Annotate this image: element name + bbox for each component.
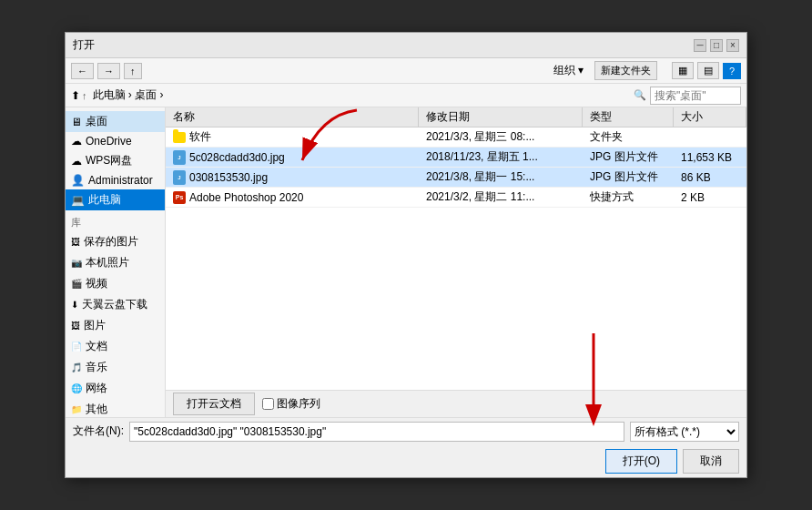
file-size-cell: 86 KB (674, 168, 746, 187)
sidebar-section-library: 库 (66, 214, 165, 231)
file-date-cell: 2021/3/2, 星期二 11:... (419, 188, 583, 207)
up-btn[interactable]: ↑ (124, 63, 142, 79)
file-size-cell: 11,653 KB (674, 148, 746, 167)
image-sequence-checkbox[interactable] (262, 398, 274, 410)
organize-label[interactable]: 组织 ▾ (553, 63, 584, 78)
sidebar-label-wps: WPS网盘 (86, 153, 132, 168)
sidebar-label-saved-pics: 保存的图片 (84, 234, 138, 250)
onedrive-icon: ☁ (71, 135, 82, 148)
open-cloud-btn[interactable]: 打开云文档 (173, 393, 255, 415)
desktop-icon: 🖥 (71, 116, 82, 128)
header-name[interactable]: 名称 (166, 107, 419, 127)
table-row[interactable]: 软件 2021/3/3, 星期三 08:... 文件夹 (166, 128, 746, 148)
view-btn[interactable]: ▦ (672, 62, 694, 79)
header-type[interactable]: 类型 (583, 107, 674, 127)
sidebar-item-pictures[interactable]: 🖼 图片 (66, 315, 165, 336)
help-btn[interactable]: ? (723, 63, 741, 79)
maximize-btn[interactable]: □ (710, 39, 723, 52)
sidebar-label-docs: 文档 (86, 339, 107, 354)
file-date-cell: 2021/3/8, 星期一 15:... (419, 168, 583, 187)
sidebar-label-video: 视频 (86, 276, 107, 291)
wps-icon: ☁ (71, 155, 82, 168)
main-content: 🖥 桌面 ☁ OneDrive ☁ WPS网盘 👤 Administrator … (66, 107, 746, 417)
sidebar-item-photos[interactable]: 📷 本机照片 (66, 252, 165, 273)
jpg-icon: J (173, 170, 186, 185)
view-btn2[interactable]: ▤ (697, 62, 719, 79)
open-btn[interactable]: 打开(O) (605, 449, 677, 474)
sidebar-item-admin[interactable]: 👤 Administrator (66, 171, 165, 189)
file-name-cell: 软件 (166, 128, 419, 147)
file-type-cell: 文件夹 (583, 128, 674, 147)
admin-icon: 👤 (71, 174, 85, 187)
sidebar-item-desktop[interactable]: 🖥 桌面 (66, 111, 165, 132)
network-icon: 🌐 (71, 383, 82, 393)
open-dialog: 打开 ─ □ × ← → ↑ 组织 ▾ 新建文件夹 ▦ ▤ ? ⬆ ↑ 此电脑 … (65, 32, 747, 478)
breadcrumb-up[interactable]: ↑ (82, 90, 87, 101)
table-row[interactable]: J 5c028cdadd3d0.jpg 2018/11/23, 星期五 1...… (166, 148, 746, 168)
sidebar-item-onedrive[interactable]: ☁ OneDrive (66, 132, 165, 150)
filename-input[interactable] (129, 422, 624, 442)
sidebar-item-tianyi[interactable]: ⬇ 天翼云盘下载 (66, 294, 165, 315)
header-date[interactable]: 修改日期 (419, 107, 583, 127)
photos-icon: 📷 (71, 258, 82, 268)
search-icon: 🔍 (634, 89, 646, 101)
file-type-cell: 快捷方式 (583, 188, 674, 207)
breadcrumb-bar: ⬆ ↑ 此电脑 › 桌面 › 🔍 (66, 84, 746, 107)
image-sequence-text: 图像序列 (277, 396, 320, 412)
computer-icon: 💻 (71, 194, 85, 207)
file-date-cell: 2021/3/3, 星期三 08:... (419, 128, 583, 147)
library-label: 库 (71, 217, 81, 228)
pictures-icon: 🖼 (71, 321, 80, 331)
sidebar-item-computer[interactable]: 💻 此电脑 (66, 189, 165, 210)
sidebar-item-saved-pics[interactable]: 🖼 保存的图片 (66, 231, 165, 252)
video-icon: 🎬 (71, 279, 82, 289)
minimize-btn[interactable]: ─ (694, 39, 706, 52)
cancel-btn[interactable]: 取消 (683, 449, 739, 474)
sidebar-item-wps[interactable]: ☁ WPS网盘 (66, 150, 165, 171)
bottom-bar: 打开云文档 图像序列 (166, 390, 746, 417)
sidebar-label-onedrive: OneDrive (86, 135, 132, 148)
table-row[interactable]: J 0308153530.jpg 2021/3/8, 星期一 15:... JP… (166, 168, 746, 188)
image-sequence-label[interactable]: 图像序列 (262, 396, 320, 412)
file-date-cell: 2018/11/23, 星期五 1... (419, 148, 583, 167)
filename-bar: 文件名(N): 所有格式 (*.*) (66, 417, 746, 444)
docs-icon: 📄 (71, 342, 82, 352)
search-input[interactable] (650, 87, 741, 105)
sidebar-item-video[interactable]: 🎬 视频 (66, 273, 165, 294)
filename-label: 文件名(N): (73, 423, 124, 439)
sidebar-item-docs[interactable]: 📄 文档 (66, 336, 165, 357)
filetype-select[interactable]: 所有格式 (*.*) (630, 422, 739, 442)
breadcrumb-path: 此电脑 › 桌面 › (93, 87, 164, 103)
breadcrumb-icon: ⬆ (71, 89, 80, 102)
sidebar-label-other: 其他 (86, 402, 107, 417)
back-btn[interactable]: ← (71, 63, 94, 79)
file-pane: 名称 修改日期 类型 大小 软件 2021/3/3, 星期三 08:... 文件… (166, 107, 746, 417)
sidebar-label-network: 网络 (86, 381, 107, 396)
file-name: 5c028cdadd3d0.jpg (189, 151, 285, 164)
close-btn[interactable]: × (726, 39, 739, 52)
other-icon: 📁 (71, 404, 82, 414)
file-name-cell: J 0308153530.jpg (166, 168, 419, 187)
sidebar-label-desktop: 桌面 (86, 114, 107, 129)
sidebar-label-photos: 本机照片 (86, 255, 129, 270)
shortcut-icon: Ps (173, 191, 186, 204)
file-list: 软件 2021/3/3, 星期三 08:... 文件夹 J 5c028cdadd… (166, 128, 746, 390)
header-size[interactable]: 大小 (674, 107, 746, 127)
saved-pics-icon: 🖼 (71, 237, 80, 247)
action-bar: 打开(O) 取消 (66, 444, 746, 477)
new-folder-btn[interactable]: 新建文件夹 (594, 61, 657, 80)
table-row[interactable]: Ps Adobe Photoshop 2020 2021/3/2, 星期二 11… (166, 188, 746, 208)
sidebar-item-other[interactable]: 📁 其他 (66, 399, 165, 417)
title-bar: 打开 ─ □ × (66, 33, 746, 58)
tianyi-icon: ⬇ (71, 300, 78, 310)
sidebar-label-music: 音乐 (86, 360, 107, 375)
file-type-cell: JPG 图片文件 (583, 168, 674, 187)
sidebar-item-network[interactable]: 🌐 网络 (66, 378, 165, 399)
sidebar-item-music[interactable]: 🎵 音乐 (66, 357, 165, 378)
toolbar: ← → ↑ 组织 ▾ 新建文件夹 ▦ ▤ ? (66, 58, 746, 84)
file-name-cell: J 5c028cdadd3d0.jpg (166, 148, 419, 167)
forward-btn[interactable]: → (97, 63, 120, 79)
file-type-cell: JPG 图片文件 (583, 148, 674, 167)
jpg-icon: J (173, 150, 186, 165)
music-icon: 🎵 (71, 362, 82, 372)
